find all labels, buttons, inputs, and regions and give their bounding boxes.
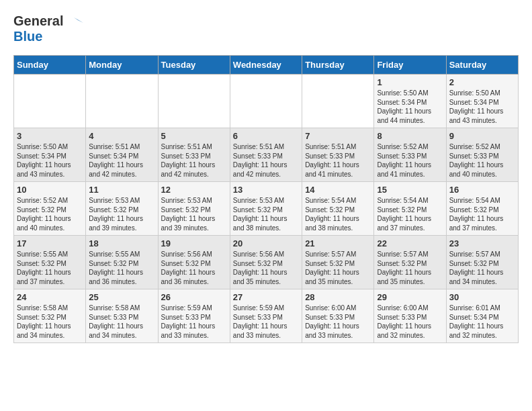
- calendar-day-cell: 4Sunrise: 5:51 AM Sunset: 5:34 PM Daylig…: [86, 128, 158, 182]
- day-number: 11: [89, 185, 154, 195]
- day-info: Sunrise: 5:52 AM Sunset: 5:32 PM Dayligh…: [17, 196, 83, 232]
- calendar-day-cell: 28Sunrise: 6:00 AM Sunset: 5:33 PM Dayli…: [302, 289, 374, 343]
- calendar-day-cell: 8Sunrise: 5:52 AM Sunset: 5:33 PM Daylig…: [374, 128, 446, 182]
- day-info: Sunrise: 5:59 AM Sunset: 5:33 PM Dayligh…: [233, 304, 299, 340]
- calendar-table: SundayMondayTuesdayWednesdayThursdayFrid…: [13, 55, 519, 343]
- calendar-week-row: 17Sunrise: 5:55 AM Sunset: 5:32 PM Dayli…: [14, 236, 519, 289]
- calendar-day-cell: 6Sunrise: 5:51 AM Sunset: 5:33 PM Daylig…: [230, 128, 302, 182]
- day-number: 5: [161, 131, 227, 141]
- day-number: 26: [161, 292, 227, 302]
- day-info: Sunrise: 5:54 AM Sunset: 5:32 PM Dayligh…: [449, 196, 515, 232]
- day-number: 2: [449, 77, 515, 87]
- day-number: 12: [161, 185, 227, 195]
- day-info: Sunrise: 5:55 AM Sunset: 5:32 PM Dayligh…: [89, 250, 154, 286]
- calendar-day-cell: 13Sunrise: 5:53 AM Sunset: 5:32 PM Dayli…: [230, 182, 302, 236]
- day-header-thursday: Thursday: [302, 56, 374, 75]
- calendar-day-cell: 10Sunrise: 5:52 AM Sunset: 5:32 PM Dayli…: [14, 182, 86, 236]
- day-info: Sunrise: 5:53 AM Sunset: 5:32 PM Dayligh…: [233, 196, 299, 232]
- day-number: 29: [377, 292, 443, 302]
- calendar-day-cell: 17Sunrise: 5:55 AM Sunset: 5:32 PM Dayli…: [14, 236, 86, 289]
- calendar-day-cell: [230, 75, 302, 128]
- day-number: 15: [377, 185, 443, 195]
- calendar-day-cell: 7Sunrise: 5:51 AM Sunset: 5:33 PM Daylig…: [302, 128, 374, 182]
- calendar-week-row: 3Sunrise: 5:50 AM Sunset: 5:34 PM Daylig…: [14, 128, 519, 182]
- calendar-day-cell: 27Sunrise: 5:59 AM Sunset: 5:33 PM Dayli…: [230, 289, 302, 343]
- calendar-day-cell: 22Sunrise: 5:57 AM Sunset: 5:32 PM Dayli…: [374, 236, 446, 289]
- calendar-week-row: 24Sunrise: 5:58 AM Sunset: 5:32 PM Dayli…: [14, 289, 519, 343]
- calendar-day-cell: 29Sunrise: 6:00 AM Sunset: 5:33 PM Dayli…: [374, 289, 446, 343]
- calendar-header-row: SundayMondayTuesdayWednesdayThursdayFrid…: [14, 56, 519, 75]
- day-info: Sunrise: 5:52 AM Sunset: 5:33 PM Dayligh…: [377, 142, 443, 179]
- calendar-day-cell: 2Sunrise: 5:50 AM Sunset: 5:34 PM Daylig…: [446, 75, 518, 128]
- day-info: Sunrise: 5:57 AM Sunset: 5:32 PM Dayligh…: [305, 250, 371, 286]
- day-info: Sunrise: 5:50 AM Sunset: 5:34 PM Dayligh…: [17, 142, 83, 179]
- logo: General Blue: [13, 13, 83, 44]
- day-info: Sunrise: 5:50 AM Sunset: 5:34 PM Dayligh…: [377, 89, 443, 125]
- day-info: Sunrise: 5:56 AM Sunset: 5:32 PM Dayligh…: [161, 250, 227, 286]
- day-number: 22: [377, 238, 443, 248]
- calendar-day-cell: 14Sunrise: 5:54 AM Sunset: 5:32 PM Dayli…: [302, 182, 374, 236]
- calendar-day-cell: 5Sunrise: 5:51 AM Sunset: 5:33 PM Daylig…: [158, 128, 230, 182]
- logo-bird-icon: [64, 16, 83, 35]
- page-header: General Blue: [13, 13, 519, 44]
- day-number: 10: [17, 185, 83, 195]
- day-info: Sunrise: 6:00 AM Sunset: 5:33 PM Dayligh…: [305, 304, 371, 340]
- calendar-day-cell: 24Sunrise: 5:58 AM Sunset: 5:32 PM Dayli…: [14, 289, 86, 343]
- calendar-day-cell: 1Sunrise: 5:50 AM Sunset: 5:34 PM Daylig…: [374, 75, 446, 128]
- day-info: Sunrise: 5:51 AM Sunset: 5:33 PM Dayligh…: [233, 142, 299, 179]
- day-number: 7: [305, 131, 371, 141]
- calendar-day-cell: 21Sunrise: 5:57 AM Sunset: 5:32 PM Dayli…: [302, 236, 374, 289]
- day-number: 18: [89, 238, 154, 248]
- calendar-day-cell: [14, 75, 86, 128]
- logo-general-text: General: [13, 13, 63, 29]
- calendar-day-cell: 20Sunrise: 5:56 AM Sunset: 5:32 PM Dayli…: [230, 236, 302, 289]
- calendar-day-cell: [302, 75, 374, 128]
- day-header-monday: Monday: [86, 56, 158, 75]
- day-info: Sunrise: 5:51 AM Sunset: 5:33 PM Dayligh…: [305, 142, 371, 179]
- calendar-day-cell: [158, 75, 230, 128]
- day-number: 9: [449, 131, 515, 141]
- calendar-day-cell: 30Sunrise: 6:01 AM Sunset: 5:34 PM Dayli…: [446, 289, 518, 343]
- day-info: Sunrise: 6:00 AM Sunset: 5:33 PM Dayligh…: [377, 304, 443, 340]
- day-info: Sunrise: 5:53 AM Sunset: 5:32 PM Dayligh…: [161, 196, 227, 232]
- day-info: Sunrise: 5:58 AM Sunset: 5:33 PM Dayligh…: [89, 304, 154, 340]
- day-info: Sunrise: 5:54 AM Sunset: 5:32 PM Dayligh…: [377, 196, 443, 232]
- day-header-wednesday: Wednesday: [230, 56, 302, 75]
- day-number: 20: [233, 238, 299, 248]
- day-info: Sunrise: 5:58 AM Sunset: 5:32 PM Dayligh…: [17, 304, 83, 340]
- day-info: Sunrise: 5:50 AM Sunset: 5:34 PM Dayligh…: [449, 89, 515, 125]
- day-header-friday: Friday: [374, 56, 446, 75]
- day-number: 8: [377, 131, 443, 141]
- svg-marker-1: [71, 20, 82, 24]
- day-header-saturday: Saturday: [446, 56, 518, 75]
- day-number: 16: [449, 185, 515, 195]
- day-number: 1: [377, 77, 443, 87]
- calendar-day-cell: 16Sunrise: 5:54 AM Sunset: 5:32 PM Dayli…: [446, 182, 518, 236]
- day-number: 19: [161, 238, 227, 248]
- day-number: 28: [305, 292, 371, 302]
- day-number: 3: [17, 131, 83, 141]
- day-info: Sunrise: 5:59 AM Sunset: 5:33 PM Dayligh…: [161, 304, 227, 340]
- day-header-sunday: Sunday: [14, 56, 86, 75]
- day-info: Sunrise: 5:51 AM Sunset: 5:33 PM Dayligh…: [161, 142, 227, 179]
- day-number: 21: [305, 238, 371, 248]
- calendar-day-cell: 23Sunrise: 5:57 AM Sunset: 5:32 PM Dayli…: [446, 236, 518, 289]
- day-number: 27: [233, 292, 299, 302]
- day-number: 30: [449, 292, 515, 302]
- day-number: 13: [233, 185, 299, 195]
- day-info: Sunrise: 5:51 AM Sunset: 5:34 PM Dayligh…: [89, 142, 154, 179]
- calendar-day-cell: 11Sunrise: 5:53 AM Sunset: 5:32 PM Dayli…: [86, 182, 158, 236]
- day-info: Sunrise: 5:56 AM Sunset: 5:32 PM Dayligh…: [233, 250, 299, 286]
- calendar-week-row: 1Sunrise: 5:50 AM Sunset: 5:34 PM Daylig…: [14, 75, 519, 128]
- day-info: Sunrise: 5:57 AM Sunset: 5:32 PM Dayligh…: [377, 250, 443, 286]
- day-info: Sunrise: 5:53 AM Sunset: 5:32 PM Dayligh…: [89, 196, 154, 232]
- day-number: 6: [233, 131, 299, 141]
- calendar-day-cell: 26Sunrise: 5:59 AM Sunset: 5:33 PM Dayli…: [158, 289, 230, 343]
- calendar-day-cell: 9Sunrise: 5:52 AM Sunset: 5:33 PM Daylig…: [446, 128, 518, 182]
- day-number: 4: [89, 131, 154, 141]
- day-number: 25: [89, 292, 154, 302]
- calendar-week-row: 10Sunrise: 5:52 AM Sunset: 5:32 PM Dayli…: [14, 182, 519, 236]
- calendar-day-cell: 12Sunrise: 5:53 AM Sunset: 5:32 PM Dayli…: [158, 182, 230, 236]
- calendar-day-cell: [86, 75, 158, 128]
- day-info: Sunrise: 6:01 AM Sunset: 5:34 PM Dayligh…: [449, 304, 515, 340]
